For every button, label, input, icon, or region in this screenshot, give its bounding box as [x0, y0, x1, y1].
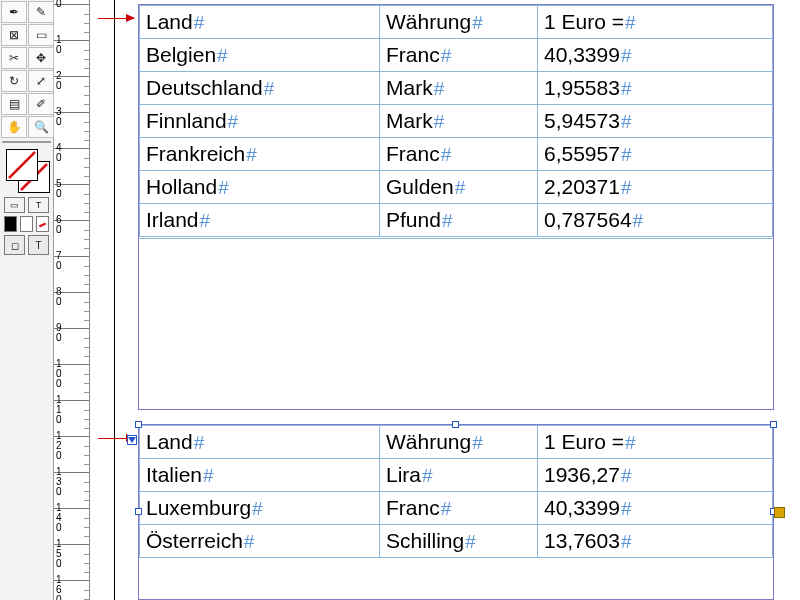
table-cell[interactable]: Pfund# [380, 204, 538, 237]
table-row[interactable]: Belgien#Franc#40,3399# [140, 39, 773, 72]
selection-handle[interactable] [135, 421, 142, 428]
cell-text: Luxemburg [146, 496, 251, 519]
document-canvas[interactable]: Land#Währung#1 Euro =#Belgien#Franc#40,3… [90, 0, 800, 600]
apply-black-icon[interactable] [4, 216, 17, 232]
cell-text: Mark [386, 76, 433, 99]
end-of-cell-marker-icon: # [440, 144, 452, 165]
table-cell[interactable]: Holland# [140, 171, 380, 204]
table-cell[interactable]: Österreich# [140, 525, 380, 558]
table-cell[interactable]: Italien# [140, 459, 380, 492]
table-header-cell[interactable]: Währung# [380, 6, 538, 39]
table-cell[interactable]: Lira# [380, 459, 538, 492]
table-cell[interactable]: Mark# [380, 72, 538, 105]
table-header-cell[interactable]: 1 Euro =# [538, 426, 773, 459]
eyedropper-tool[interactable]: ✐ [28, 93, 54, 115]
table-cell[interactable]: Irland# [140, 204, 380, 237]
scissors-tool[interactable]: ✂ [1, 47, 27, 69]
apply-white-icon[interactable] [20, 216, 33, 232]
table-header-cell[interactable]: Land# [140, 426, 380, 459]
selection-handle[interactable] [452, 421, 459, 428]
apply-container-icon[interactable]: ▭ [4, 197, 25, 213]
vruler-tick: 60 [54, 220, 90, 221]
table-cell[interactable]: 0,787564# [538, 204, 773, 237]
end-of-cell-marker-icon: # [199, 210, 211, 231]
table-row[interactable]: Österreich#Schilling#13,7603# [140, 525, 773, 558]
table-cell[interactable]: 40,3399# [538, 492, 773, 525]
end-of-cell-marker-icon: # [227, 111, 239, 132]
zoom-tool[interactable]: 🔍 [28, 116, 54, 138]
cell-text: 1,95583 [544, 76, 620, 99]
hand-tool[interactable]: ✋ [1, 116, 27, 138]
table-cell[interactable]: 40,3399# [538, 39, 773, 72]
gradient-tool[interactable]: ▤ [1, 93, 27, 115]
transform-tool[interactable]: ✥ [28, 47, 54, 69]
table-row[interactable]: Finnland#Mark#5,94573# [140, 105, 773, 138]
end-of-cell-marker-icon: # [624, 12, 636, 33]
vruler-tick: 140 [54, 508, 90, 509]
pen-tool[interactable]: ✒ [1, 1, 27, 23]
overset-text-icon[interactable] [774, 507, 785, 518]
selection-handle[interactable] [770, 421, 777, 428]
table-row[interactable]: Italien#Lira#1936,27# [140, 459, 773, 492]
cell-text: 13,7603 [544, 529, 620, 552]
table-cell[interactable]: Mark# [380, 105, 538, 138]
end-of-cell-marker-icon: # [620, 144, 632, 165]
table-cell[interactable]: 1936,27# [538, 459, 773, 492]
table-cell[interactable]: Belgien# [140, 39, 380, 72]
table-cell[interactable]: 5,94573# [538, 105, 773, 138]
cell-text: Mark [386, 109, 433, 132]
table-header-cell[interactable]: 1 Euro =# [538, 6, 773, 39]
table-cell[interactable]: Franc# [380, 39, 538, 72]
vruler-tick: 40 [54, 148, 90, 149]
table-cell[interactable]: 13,7603# [538, 525, 773, 558]
table-cell[interactable]: 6,55957# [538, 138, 773, 171]
cell-text: Pfund [386, 208, 441, 231]
table-cell[interactable]: Frankreich# [140, 138, 380, 171]
table-cell[interactable]: Luxemburg# [140, 492, 380, 525]
apply-text-icon[interactable]: T [28, 197, 49, 213]
table-header-cell[interactable]: Währung# [380, 426, 538, 459]
table-row[interactable]: Luxemburg#Franc#40,3399# [140, 492, 773, 525]
view-mode-normal[interactable]: ◻ [4, 235, 25, 255]
vruler-tick: 90 [54, 328, 90, 329]
fill-swatch[interactable] [6, 149, 38, 181]
table-cell[interactable]: Franc# [380, 492, 538, 525]
table-frame-break [139, 236, 773, 239]
rect-tool[interactable]: ▭ [28, 24, 54, 46]
table-row[interactable]: Deutschland#Mark#1,95583# [140, 72, 773, 105]
selection-handle[interactable] [135, 508, 142, 515]
pencil-tool[interactable]: ✎ [28, 1, 54, 23]
cell-text: Land [146, 10, 193, 33]
fill-stroke-swatches[interactable] [4, 149, 49, 193]
apply-none-icon[interactable] [36, 216, 49, 232]
table-header-row[interactable]: Land#Währung#1 Euro =# [140, 6, 773, 39]
rotate-tool[interactable]: ↻ [1, 70, 27, 92]
end-of-cell-marker-icon: # [620, 498, 632, 519]
vruler-tick-label: 0 [56, 0, 70, 9]
table-cell[interactable]: 1,95583# [538, 72, 773, 105]
end-of-cell-marker-icon: # [620, 465, 632, 486]
table-row[interactable]: Frankreich#Franc#6,55957# [140, 138, 773, 171]
currency-table-continued[interactable]: Land#Währung#1 Euro =#Italien#Lira#1936,… [139, 425, 773, 558]
currency-table[interactable]: Land#Währung#1 Euro =#Belgien#Franc#40,3… [139, 5, 773, 237]
table-cell[interactable]: Finnland# [140, 105, 380, 138]
table-header-row[interactable]: Land#Währung#1 Euro =# [140, 426, 773, 459]
table-cell[interactable]: Gulden# [380, 171, 538, 204]
table-cell[interactable]: Franc# [380, 138, 538, 171]
table-row[interactable]: Irland#Pfund#0,787564# [140, 204, 773, 237]
table-cell[interactable]: 2,20371# [538, 171, 773, 204]
text-frame-1[interactable]: Land#Währung#1 Euro =#Belgien#Franc#40,3… [138, 4, 774, 410]
scale-tool[interactable]: ⤢ [28, 70, 54, 92]
frame-in-port-icon[interactable] [127, 435, 137, 445]
view-mode-preview[interactable]: T [28, 235, 49, 255]
end-of-cell-marker-icon: # [441, 210, 453, 231]
frame-tool[interactable]: ⊠ [1, 24, 27, 46]
cell-text: 0,787564 [544, 208, 632, 231]
table-row[interactable]: Holland#Gulden#2,20371# [140, 171, 773, 204]
text-frame-2[interactable]: Land#Währung#1 Euro =#Italien#Lira#1936,… [138, 424, 774, 600]
table-cell[interactable]: Deutschland# [140, 72, 380, 105]
end-of-cell-marker-icon: # [620, 45, 632, 66]
table-cell[interactable]: Schilling# [380, 525, 538, 558]
table-header-cell[interactable]: Land# [140, 6, 380, 39]
cell-text: 1 Euro = [544, 10, 624, 33]
